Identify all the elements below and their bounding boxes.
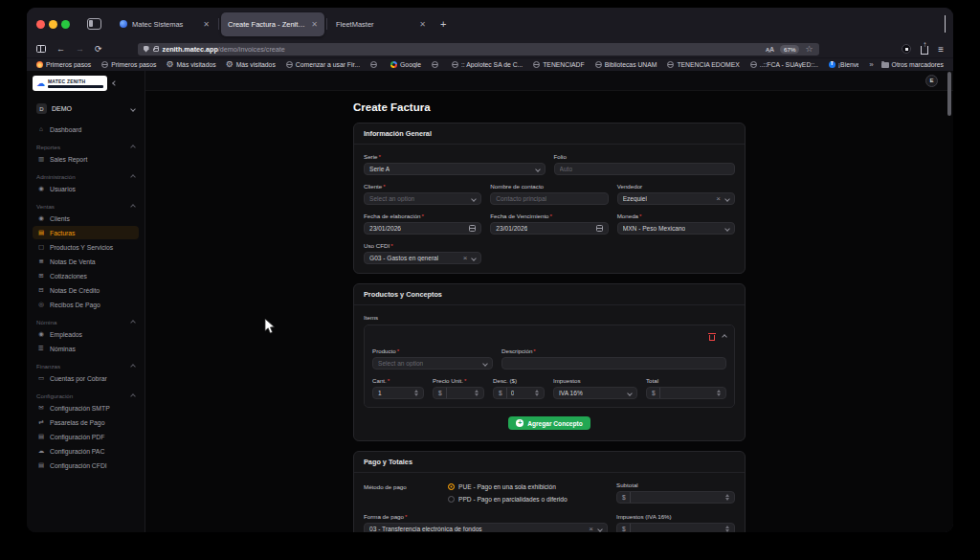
bookmark-item[interactable]: TENENCIA EDOMEX [667, 61, 739, 68]
sidebar-item-usuarios[interactable]: Usuarios [33, 182, 139, 195]
sidebar-item-cuentas-por-cobrar[interactable]: Cuentas por Cobrar [33, 371, 139, 385]
cliente-select[interactable]: Select an option [364, 192, 481, 205]
vendedor-select[interactable]: Ezequiel × [617, 192, 735, 205]
stepper-arrows[interactable] [475, 390, 479, 397]
tracking-protection-shield-icon[interactable] [144, 46, 149, 53]
chevron-up-icon[interactable] [722, 334, 727, 340]
bookmark-item[interactable] [432, 61, 441, 68]
stepper-arrows[interactable] [414, 390, 418, 397]
calendar-icon[interactable] [469, 225, 476, 232]
sidebar-section-n-mina[interactable]: Nómina [36, 319, 135, 325]
bookmark-star-icon[interactable]: ☆ [805, 45, 813, 54]
bookmark-item[interactable]: Bibliotecas UNAM [595, 61, 657, 68]
radio-pue[interactable]: PUE - Pago en una sola exhibición [448, 483, 568, 490]
bookmark-item[interactable]: TENENCIADF [533, 61, 584, 68]
user-avatar[interactable]: E [925, 75, 938, 87]
sidebar-toggle-icon[interactable] [36, 45, 46, 53]
sidebar-section-reportes[interactable]: Reportes [36, 144, 135, 150]
close-window-button[interactable] [36, 20, 45, 29]
sidebar-item-recibos-de-pago[interactable]: Recibos De Pago [33, 298, 139, 311]
close-tab-icon[interactable]: ✕ [419, 20, 426, 29]
sidebar-collapse-chevron-icon[interactable] [112, 80, 118, 86]
serie-select[interactable]: Serie A [364, 163, 546, 175]
bookmark-item[interactable]: Más visitados [227, 61, 276, 68]
folio-input[interactable]: Auto [554, 163, 736, 175]
list-tabs-chevron-icon[interactable] [945, 15, 946, 33]
bookmark-item[interactable]: Más visitados [167, 61, 215, 68]
bookmarks-overflow-icon[interactable]: » [869, 60, 873, 69]
contacto-input[interactable]: Contacto principal [490, 192, 608, 205]
other-bookmarks-button[interactable]: Otros marcadores [881, 61, 944, 68]
trash-icon[interactable] [709, 335, 715, 341]
sidebar-item-cotizaciones[interactable]: Cotizaciones [33, 269, 139, 282]
reload-icon[interactable]: ⟳ [95, 45, 102, 54]
bookmark-item[interactable]: :: Apolotec SA de C... [452, 61, 523, 68]
url-bar[interactable]: zenith.matec.app/demo/invoices/create ᴀ̲… [138, 43, 819, 56]
sidebar-item-sales-report[interactable]: Sales Report [33, 152, 139, 166]
total-stepper[interactable]: $ [646, 387, 726, 399]
clear-icon[interactable]: × [589, 526, 593, 533]
bookmark-item[interactable] [370, 61, 380, 68]
sidebar-section-administraci-n[interactable]: Administración [36, 173, 135, 180]
clear-icon[interactable]: × [463, 255, 468, 262]
sidebar-item-clients[interactable]: Clients [33, 212, 139, 225]
close-tab-icon[interactable]: ✕ [203, 20, 210, 29]
sidebar-item-configuraci-n-pdf[interactable]: Configuración PDF [33, 430, 139, 443]
calendar-icon[interactable] [596, 225, 603, 232]
tab-matec-sistemas[interactable]: Matec Sistemas ✕ [113, 12, 216, 36]
impuestos-select[interactable]: IVA 16% [553, 387, 637, 399]
producto-select[interactable]: Select an option [372, 357, 493, 370]
sidebar-item-productos-y-servicios[interactable]: Productos Y Servicios [33, 240, 139, 254]
sidebar-item-facturas[interactable]: Facturas [33, 226, 139, 239]
sidebar-section-ventas[interactable]: Ventas [36, 203, 135, 210]
sidebar-item-pasarelas-de-pago[interactable]: Pasarelas de Pago [33, 415, 139, 429]
sidebar-item-configuraci-n-cfdi[interactable]: Configuración CFDI [33, 459, 139, 472]
forma-pago-select[interactable]: 03 - Transferencia electrónica de fondos… [364, 523, 608, 532]
tab-create-factura[interactable]: Create Factura - Zenith ERP ✕ [221, 12, 324, 36]
bookmark-item[interactable]: Google [390, 61, 421, 68]
firefox-view-icon[interactable] [87, 18, 101, 30]
sidebar-item-empleados[interactable]: Empleados [33, 327, 139, 341]
stepper-arrows[interactable] [725, 526, 729, 532]
descuento-stepper[interactable]: $ 0 [493, 387, 545, 399]
sidebar-item-notas-de-venta[interactable]: Notas De Venta [33, 255, 139, 268]
bookmark-item[interactable]: Primeros pasos [36, 61, 91, 68]
translate-icon[interactable]: ᴀ̲A [766, 46, 774, 53]
agregar-concepto-button[interactable]: Agregar Concepto [508, 416, 590, 430]
bookmark-item[interactable]: ¡Bienvenido a Faceb... [829, 61, 858, 68]
sidebar-item-configuraci-n-smtp[interactable]: Configuración SMTP [33, 401, 139, 414]
fecha-vencimiento-input[interactable]: 23/01/2026 [490, 222, 608, 235]
zoom-window-button[interactable] [61, 20, 70, 29]
close-tab-icon[interactable]: ✕ [311, 20, 318, 29]
bookmark-item[interactable]: ..::FCA - SUAyED::.. [750, 61, 818, 68]
impuestos-iva-stepper[interactable]: $ [616, 523, 735, 532]
sidebar-section-finanzas[interactable]: Finanzas [36, 363, 135, 370]
sidebar-item-notas-de-cr-dito[interactable]: Notas De Crédito [33, 283, 139, 297]
minimize-window-button[interactable] [49, 20, 57, 29]
scrollbar[interactable] [947, 72, 951, 116]
lock-icon[interactable] [153, 48, 159, 53]
sidebar-item-n-minas[interactable]: Nóminas [33, 342, 139, 355]
sidebar-item-configuraci-n-pac[interactable]: Configuración PAC [33, 444, 139, 458]
stepper-arrows[interactable] [717, 390, 721, 397]
stepper-arrows[interactable] [725, 494, 729, 502]
sidebar-item-dashboard[interactable]: Dashboard [33, 123, 139, 136]
cantidad-stepper[interactable]: 1 [372, 387, 424, 399]
stepper-arrows[interactable] [535, 390, 539, 397]
menu-hamburger-icon[interactable]: ≡ [938, 44, 944, 55]
company-selector[interactable]: D DEMO [33, 101, 139, 117]
subtotal-stepper[interactable]: $ [616, 491, 735, 504]
page-zoom-badge[interactable]: 67% [780, 45, 799, 54]
tab-fleetmaster[interactable]: FleetMaster ✕ [329, 12, 433, 36]
radio-ppd[interactable]: PPD - Pago en parcialidades o diferido [448, 496, 568, 503]
bookmark-item[interactable]: Primeros pasos [101, 61, 156, 68]
bookmark-item[interactable]: Comenzar a usar Fir... [286, 61, 360, 68]
descripcion-input[interactable] [501, 357, 726, 370]
sidebar-section-configuraci-n[interactable]: Configuración [36, 392, 135, 399]
clear-icon[interactable]: × [716, 195, 721, 203]
uso-cfdi-select[interactable]: G03 - Gastos en general × [364, 252, 481, 264]
precio-unit-stepper[interactable]: $ [433, 387, 484, 399]
moneda-select[interactable]: MXN - Peso Mexicano [617, 222, 735, 235]
extension-icon[interactable] [902, 44, 911, 54]
back-icon[interactable]: ← [56, 45, 65, 54]
